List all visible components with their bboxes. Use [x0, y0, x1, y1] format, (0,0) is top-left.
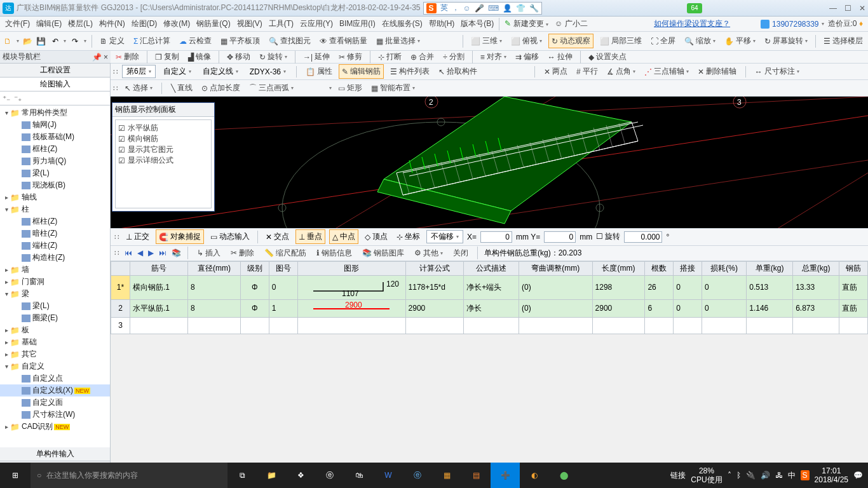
- tree-item[interactable]: ▾📁常用构件类型: [0, 107, 110, 119]
- cell[interactable]: 6.873: [793, 299, 839, 317]
- tree-item[interactable]: ▸📁其它: [0, 348, 110, 360]
- help-link[interactable]: 如何操作梁设置支座？: [651, 17, 733, 30]
- cell[interactable]: 0: [269, 275, 297, 299]
- col-header[interactable]: 根数: [645, 261, 674, 275]
- row-header[interactable]: 2: [111, 299, 130, 317]
- cell-shape[interactable]: [297, 317, 405, 334]
- three-point-axis-button[interactable]: ⋰ 三点辅轴 ▾: [642, 65, 691, 78]
- cell[interactable]: [464, 317, 519, 334]
- tree-item[interactable]: 剪力墙(Q): [0, 155, 110, 167]
- ime-user-icon[interactable]: 👤: [503, 4, 512, 13]
- x-input[interactable]: [480, 231, 512, 243]
- col-header[interactable]: 搭接: [674, 261, 702, 275]
- tray-conn[interactable]: 链接: [670, 470, 686, 481]
- rebar-table[interactable]: 筋号直径(mm)级别图号图形计算公式公式描述弯曲调整(mm)长度(mm)根数搭接…: [111, 261, 868, 334]
- tab-single[interactable]: 单构件输入: [0, 447, 110, 461]
- tab-project[interactable]: 工程设置: [0, 64, 110, 78]
- tree-item[interactable]: ▸📁CAD识别NEW: [0, 421, 110, 433]
- level-slab-button[interactable]: ▦ 平齐板顶: [218, 34, 262, 48]
- grip-button[interactable]: ◆ 设置夹点: [586, 50, 629, 64]
- break-button[interactable]: ⊹ 打断: [376, 50, 404, 64]
- cloud-check-button[interactable]: ☁ 云检查: [177, 34, 214, 48]
- mirror-button[interactable]: ▟ 镜像: [186, 50, 214, 64]
- scale-button[interactable]: 📏 缩尺配筋: [262, 247, 309, 260]
- tray-ime[interactable]: 中: [788, 470, 796, 481]
- ortho-button[interactable]: ⊥ 正交: [123, 230, 152, 243]
- tree-item[interactable]: 梁(L): [0, 167, 110, 179]
- point-len-tool[interactable]: ⊙ 点加长度: [199, 81, 243, 95]
- floor-select[interactable]: 第6层 ▾: [122, 65, 156, 78]
- col-header[interactable]: 直径(mm): [188, 261, 241, 275]
- tree-expand-icon[interactable]: ⁺₋: [3, 94, 10, 103]
- cell[interactable]: 0.513: [747, 275, 793, 299]
- cell[interactable]: 1298: [592, 275, 645, 299]
- cell[interactable]: [405, 317, 464, 334]
- smart-tool[interactable]: ▦ 智能布置 ▾: [369, 81, 417, 95]
- user-account[interactable]: 13907298339 ▾: [761, 20, 824, 29]
- cell[interactable]: 13.33: [793, 275, 839, 299]
- menu-element[interactable]: 构件(N): [97, 17, 128, 30]
- tree-item[interactable]: ▸📁墙: [0, 264, 110, 276]
- split-button[interactable]: ÷ 分割: [440, 50, 467, 64]
- del-axis-button[interactable]: ✕ 删除辅轴: [695, 65, 739, 78]
- app3-icon[interactable]: ▤: [461, 463, 491, 488]
- name-select[interactable]: ZDYX-36 ▾: [246, 67, 290, 77]
- cell[interactable]: 1.146: [747, 299, 793, 317]
- insert-button[interactable]: ↳ 插入: [194, 247, 223, 260]
- cell[interactable]: [188, 317, 241, 334]
- ime-tool-icon[interactable]: 🔧: [529, 4, 539, 13]
- tree-item[interactable]: ▸📁轴线: [0, 191, 110, 203]
- last-icon[interactable]: ⏭: [159, 248, 166, 257]
- rotate-check[interactable]: ☐ 旋转: [596, 231, 620, 242]
- edit-rebar-button[interactable]: ✎ 编辑钢筋: [339, 64, 384, 79]
- select-floor-button[interactable]: ☰ 选择楼层: [821, 34, 865, 48]
- first-icon[interactable]: ⏮: [125, 248, 132, 257]
- cell[interactable]: 0: [674, 299, 702, 317]
- type-select[interactable]: 自定义线 ▾: [199, 65, 242, 78]
- menu-version[interactable]: 版本号(B): [458, 17, 496, 30]
- ime-toolbar[interactable]: S 英 ， ☺ 🎤 ⌨ 👤 👕 🔧: [423, 2, 542, 15]
- cell-shape[interactable]: 1107120: [297, 275, 405, 299]
- menu-modify[interactable]: 修改(M): [161, 17, 193, 30]
- cell[interactable]: 0: [702, 299, 747, 317]
- open-icon[interactable]: 📂: [23, 36, 33, 46]
- row-header[interactable]: 1*: [111, 275, 130, 299]
- tree-item[interactable]: ▸📁板: [0, 324, 110, 336]
- rotate-button[interactable]: ↻ 旋转 ▾: [257, 50, 290, 64]
- cell[interactable]: 0: [674, 275, 702, 299]
- user2-button[interactable]: ☺ 广小二: [552, 17, 590, 30]
- offset-button[interactable]: ⇉ 偏移: [513, 50, 541, 64]
- tree-item[interactable]: 轴网(J): [0, 119, 110, 131]
- cell[interactable]: 26: [645, 275, 674, 299]
- screen-rotate-button[interactable]: ↻ 屏幕旋转 ▾: [762, 34, 810, 48]
- ie-icon[interactable]: ⓔ: [403, 463, 432, 488]
- tree-item[interactable]: 端柱(Z): [0, 240, 110, 252]
- next-icon[interactable]: ▶: [148, 248, 154, 257]
- del-row-button[interactable]: ✂ 删除: [228, 247, 257, 260]
- col-header[interactable]: 图形: [297, 261, 405, 275]
- cell[interactable]: (0): [519, 275, 592, 299]
- element-tree[interactable]: ▾📁常用构件类型轴网(J)筏板基础(M)框柱(Z)剪力墙(Q)梁(L)现浇板(B…: [0, 105, 110, 447]
- stretch-button[interactable]: ↔ 拉伸: [545, 50, 575, 64]
- glodon-icon[interactable]: ➕: [491, 463, 520, 488]
- col-header[interactable]: 总重(kg): [793, 261, 839, 275]
- tree-item[interactable]: 筏板基础(M): [0, 131, 110, 143]
- find-element-button[interactable]: 🔍 查找图元: [266, 34, 313, 48]
- ime-keyboard-icon[interactable]: ⌨: [488, 4, 499, 13]
- minimize-button[interactable]: —: [829, 4, 837, 13]
- cat-select[interactable]: 自定义 ▾: [159, 65, 195, 78]
- word-icon[interactable]: W: [374, 463, 403, 488]
- app5-icon[interactable]: ⬤: [549, 463, 578, 488]
- menu-file[interactable]: 文件(F): [3, 17, 32, 30]
- cell[interactable]: [674, 317, 702, 334]
- cell[interactable]: 1178+15*d: [405, 275, 464, 299]
- app1-icon[interactable]: ❖: [286, 463, 315, 488]
- angle-input[interactable]: [624, 231, 662, 243]
- top-view-button[interactable]: ⬜ 俯视 ▾: [508, 34, 545, 48]
- col-header[interactable]: 弯曲调整(mm): [519, 261, 592, 275]
- rebar-lib-button[interactable]: 📚 钢筋图库: [360, 247, 407, 260]
- menu-draw[interactable]: 绘图(D): [129, 17, 160, 30]
- tree-item[interactable]: 现浇板(B): [0, 179, 110, 191]
- batch-select-button[interactable]: ▦ 批量选择 ▾: [374, 34, 423, 48]
- windows-taskbar[interactable]: ⊞ ○ 在这里输入你要搜索的内容 ⧉ 📁 ❖ ⓔ 🛍 W ⓔ ▦ ▤ ➕ ◐ ⬤…: [0, 463, 868, 488]
